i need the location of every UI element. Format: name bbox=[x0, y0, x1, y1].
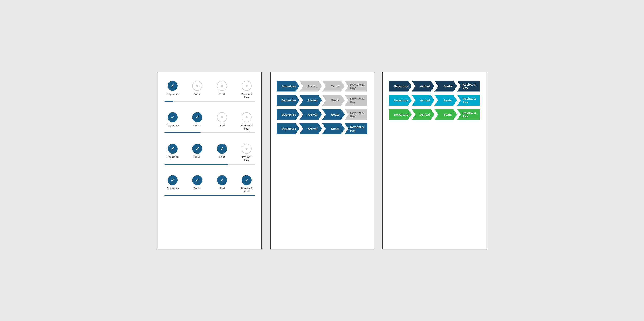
arrow-body: Review & Pay bbox=[457, 95, 480, 106]
progress-track bbox=[164, 195, 255, 196]
arrow-body: Departure bbox=[389, 95, 412, 106]
arrow-body: Departure bbox=[277, 81, 300, 92]
dot bbox=[246, 85, 248, 87]
step-label: Departure bbox=[167, 155, 179, 159]
step-label-review: Review & Pay bbox=[238, 93, 255, 99]
arrow-body: Seats bbox=[434, 95, 457, 106]
arrow-row-dark: Departure Arrival Seats Review & Pay bbox=[389, 81, 480, 92]
arrow-body: Arrival bbox=[300, 81, 322, 92]
step-label: Departure bbox=[167, 124, 179, 127]
step-departure: ✓ Departure bbox=[164, 112, 181, 127]
arrow-body: Seats bbox=[434, 109, 457, 120]
step-circle-seat bbox=[217, 81, 227, 91]
progress-bar-2 bbox=[164, 132, 255, 133]
step-label: Arrival bbox=[194, 155, 201, 159]
step-seat: Seat bbox=[214, 81, 230, 96]
checkmark-icon: ✓ bbox=[171, 83, 174, 88]
step-label-departure: Departure bbox=[282, 84, 296, 88]
seg-departure: Departure bbox=[277, 123, 300, 134]
step-circle-departure: ✓ bbox=[168, 81, 178, 91]
step-group-1: ✓ Departure Arrival Seat bbox=[164, 81, 255, 102]
dot bbox=[246, 148, 248, 150]
dot bbox=[246, 116, 248, 118]
arrow-body: Seats bbox=[322, 109, 345, 120]
step-group-4: ✓ Departure ✓ Arrival ✓ Seat ✓ Review & … bbox=[164, 175, 255, 196]
step-arrival: ✓ Arrival bbox=[189, 112, 206, 127]
panel-arrow-blue-grey: Departure Arrival Seats Review & Pay bbox=[270, 72, 374, 249]
step-label-review: Review & Pay bbox=[462, 111, 478, 118]
step-circle-review bbox=[242, 81, 252, 91]
arrow-body: Seats bbox=[322, 123, 345, 134]
seg-arrival: Arrival bbox=[412, 95, 434, 106]
arrow-row-2: Departure Arrival Seats Review & Pay bbox=[277, 95, 368, 106]
arrow-body: Arrival bbox=[412, 81, 434, 92]
step-group-3: ✓ Departure ✓ Arrival ✓ Seat Review & Pa… bbox=[164, 144, 255, 165]
progress-track bbox=[164, 132, 255, 133]
steps-row: ✓ Departure Arrival Seat bbox=[164, 81, 255, 99]
step-circle-arrival bbox=[192, 81, 202, 91]
seg-seats: Seats bbox=[322, 81, 345, 92]
step-review: Review & Pay bbox=[238, 81, 255, 99]
step-label-seats: Seats bbox=[331, 84, 339, 88]
step-label-arrival: Arrival bbox=[308, 99, 318, 102]
seg-arrival: Arrival bbox=[412, 81, 434, 92]
arrow-body: Review & Pay bbox=[345, 109, 368, 120]
step-arrival: ✓ Arrival bbox=[189, 144, 206, 159]
arrow-row-3: Departure Arrival Seats Review & Pay bbox=[277, 109, 368, 120]
step-seat: Seat bbox=[214, 112, 230, 127]
step-label-review: Review & Pay bbox=[462, 97, 478, 104]
seg-review: Review & Pay bbox=[345, 95, 368, 106]
step-label: Review & Pay bbox=[238, 187, 255, 193]
arrow-body: Review & Pay bbox=[457, 81, 480, 92]
step-departure: ✓ Departure bbox=[164, 175, 181, 190]
seg-arrival: Arrival bbox=[300, 81, 322, 92]
step-label-seats: Seats bbox=[331, 99, 339, 102]
steps-row: ✓ Departure ✓ Arrival Seat bbox=[164, 112, 255, 130]
step-label-departure: Departure bbox=[394, 99, 409, 102]
step-seat: ✓ Seat bbox=[214, 144, 230, 159]
step-departure: ✓ Departure bbox=[164, 144, 181, 159]
seg-departure: Departure bbox=[277, 109, 300, 120]
step-arrival: Arrival bbox=[189, 81, 206, 96]
steps-row: ✓ Departure ✓ Arrival ✓ Seat Review & Pa… bbox=[164, 144, 255, 162]
steps-row: ✓ Departure ✓ Arrival ✓ Seat ✓ Review & … bbox=[164, 175, 255, 193]
arrow-body: Arrival bbox=[300, 123, 322, 134]
progress-fill bbox=[164, 132, 200, 133]
step-departure: ✓ Departure bbox=[164, 81, 181, 96]
arrow-body: Review & Pay bbox=[457, 109, 480, 120]
seg-departure: Departure bbox=[389, 95, 412, 106]
seg-seats: Seats bbox=[434, 95, 457, 106]
step-circle: ✓ bbox=[168, 175, 178, 185]
seg-departure: Departure bbox=[277, 95, 300, 106]
step-group-2: ✓ Departure ✓ Arrival Seat bbox=[164, 112, 255, 133]
step-label: Review & Pay bbox=[238, 155, 255, 162]
step-label-arrival: Arrival bbox=[420, 113, 430, 116]
step-circle: ✓ bbox=[192, 175, 202, 185]
dot bbox=[196, 85, 198, 87]
step-label: Arrival bbox=[194, 187, 201, 190]
step-label-departure: Departure bbox=[282, 99, 296, 102]
arrow-body: Departure bbox=[389, 109, 412, 120]
step-label: Seat bbox=[219, 187, 225, 190]
seg-departure: Departure bbox=[277, 81, 300, 92]
step-label: Arrival bbox=[194, 124, 201, 127]
progress-bar-1 bbox=[164, 101, 255, 102]
seg-arrival: Arrival bbox=[300, 123, 322, 134]
arrow-body: Arrival bbox=[300, 95, 322, 106]
step-review: Review & Pay bbox=[238, 112, 255, 130]
panel-arrow-themes: Departure Arrival Seats Review & Pay bbox=[382, 72, 486, 249]
step-label-arrival: Arrival bbox=[420, 99, 430, 102]
step-label-departure: Departure bbox=[282, 127, 296, 130]
seg-arrival: Arrival bbox=[300, 109, 322, 120]
step-circle: ✓ bbox=[217, 175, 227, 185]
step-label-seats: Seats bbox=[444, 84, 452, 88]
progress-track bbox=[164, 101, 255, 102]
step-label-seats: Seats bbox=[444, 113, 452, 116]
step-label-arrival: Arrival bbox=[194, 93, 201, 96]
seg-seats: Seats bbox=[434, 109, 457, 120]
seg-seats: Seats bbox=[322, 123, 345, 134]
arrow-body: Review & Pay bbox=[345, 95, 368, 106]
progress-bar-4 bbox=[164, 195, 255, 196]
step-review: ✓ Review & Pay bbox=[238, 175, 255, 193]
dot bbox=[221, 116, 223, 118]
